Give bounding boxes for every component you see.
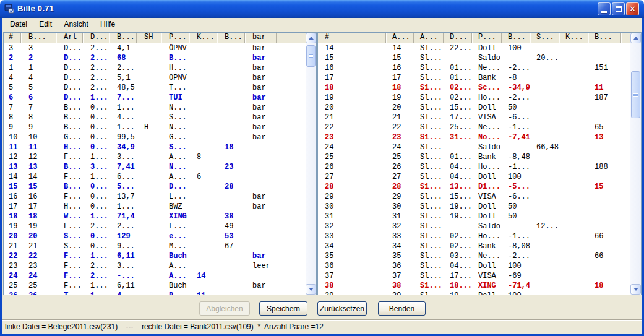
column-header[interactable]: K... xyxy=(559,33,588,43)
column-header[interactable]: Art xyxy=(56,33,83,43)
table-row[interactable]: 33D...2...4,1ÖPNVbar xyxy=(4,43,306,53)
menu-ansicht[interactable]: Ansicht xyxy=(59,18,93,31)
column-header[interactable]: A... xyxy=(386,33,414,43)
table-row[interactable]: 3535Sl...03...Ne...-2...66 xyxy=(318,251,630,261)
table-cell xyxy=(530,172,559,182)
table-row[interactable]: 3434Sl...02...Bank-8,08 xyxy=(318,241,630,251)
maximize-button[interactable] xyxy=(612,2,625,15)
column-header[interactable]: S... xyxy=(530,33,559,43)
table-row[interactable]: 2020Sl...15...Doll50 xyxy=(318,103,630,113)
column-header[interactable]: P... xyxy=(472,33,502,43)
table-row[interactable]: 1515Sl...Saldo20... xyxy=(318,53,630,63)
table-row[interactable]: 99B...0...1...HN...bar xyxy=(4,123,306,132)
table-row[interactable]: 3838S1...18...XING-71,418 xyxy=(318,281,630,291)
table-row[interactable]: 3939Sl...19...Doll100 xyxy=(318,291,630,295)
speichern-button[interactable]: Speichern xyxy=(259,301,307,316)
table-row[interactable]: 1717H...0...1...BWZbar xyxy=(4,202,306,212)
table-row[interactable]: 1111H...0...34,9S...18 xyxy=(4,142,306,152)
table-row[interactable]: 1919F...2...2...L...49 xyxy=(4,222,306,231)
table-row[interactable]: 2727Sl...04...Doll100 xyxy=(318,172,630,182)
column-header[interactable]: SH xyxy=(137,33,161,43)
column-header[interactable]: B... xyxy=(21,33,56,43)
table-row[interactable]: 1616Sl...01...Ne...-2...151 xyxy=(318,63,630,73)
menu-edit[interactable]: Edit xyxy=(34,18,57,31)
table-row[interactable]: 2525F...1...6,11Buchbar xyxy=(4,281,306,291)
table-row[interactable]: 3030Sl...19...Doll50 xyxy=(318,202,630,212)
table-cell xyxy=(189,192,217,202)
table-row[interactable]: 77B...0...1...N...bar xyxy=(4,103,306,113)
table-row[interactable]: 1818S1...02...Sc...-34,911 xyxy=(318,83,630,93)
table-row[interactable]: 2121Sl...17...VISA-6... xyxy=(318,113,630,123)
menu-datei[interactable]: Datei xyxy=(5,18,32,31)
table-row[interactable]: 2929Sl...15...VISA-6... xyxy=(318,192,630,202)
column-header[interactable]: D... xyxy=(83,33,109,43)
table-row[interactable]: 1414Sl...22...Doll100 xyxy=(318,43,630,53)
column-header[interactable]: D... xyxy=(444,33,472,43)
table-row[interactable]: 1212F...1...3...A...8 xyxy=(4,152,306,162)
scroll-up-button[interactable] xyxy=(306,33,316,43)
table-row[interactable]: 2424Sl...Saldo66,48 xyxy=(318,142,630,152)
table-cell: No... xyxy=(472,132,502,142)
table-row[interactable]: 3737Sl...17...VISA-69 xyxy=(318,271,630,281)
column-header[interactable]: P... xyxy=(161,33,189,43)
close-button[interactable]: ✕ xyxy=(626,2,639,15)
right-vertical-scrollbar[interactable] xyxy=(630,33,641,295)
scrollbar-thumb[interactable] xyxy=(306,45,316,67)
menu-hilfe[interactable]: Hilfe xyxy=(95,18,120,31)
table-row[interactable]: 3636Sl...04...Doll100 xyxy=(318,261,630,271)
column-header[interactable]: K... xyxy=(189,33,217,43)
column-header[interactable]: # xyxy=(4,33,21,43)
table-row[interactable]: 2222Sl...25...Ne...-1...65 xyxy=(318,123,630,132)
table-row[interactable]: 2323F...2...3...A...leer xyxy=(4,261,306,271)
column-header[interactable]: B... xyxy=(109,33,137,43)
table-row[interactable]: 1515B...0...5...D...28 xyxy=(4,182,306,192)
column-header[interactable]: B... xyxy=(217,33,245,43)
scroll-up-button[interactable] xyxy=(630,33,641,43)
table-cell: 21 xyxy=(21,241,56,251)
table-row[interactable]: 66D...1...7...TUIbar xyxy=(4,93,306,103)
table-row[interactable]: 2424F...2...-...A...14 xyxy=(4,271,306,281)
table-row[interactable]: 2626T...1...4...B...11 xyxy=(4,291,306,295)
table-cell: 16 xyxy=(21,192,56,202)
table-row[interactable]: 44D...2...5,1ÖPNVbar xyxy=(4,73,306,83)
scrollbar-thumb[interactable] xyxy=(631,71,640,118)
table-cell xyxy=(245,212,277,222)
table-row[interactable]: 1818W...1...71,4XING38 xyxy=(4,212,306,222)
left-vertical-scrollbar[interactable] xyxy=(306,33,316,295)
table-row[interactable]: 3232Sl...Saldo12... xyxy=(318,222,630,231)
table-row[interactable]: 2222F...1...6,11Buchbar xyxy=(4,251,306,261)
column-header[interactable]: B... xyxy=(502,33,530,43)
table-cell xyxy=(502,222,530,231)
column-header[interactable]: bar xyxy=(245,33,277,43)
table-row[interactable]: 2626Sl...04...Ho...-1...188 xyxy=(318,162,630,172)
scroll-down-button[interactable] xyxy=(630,284,641,295)
column-header[interactable]: # xyxy=(318,33,386,43)
table-row[interactable]: 1414F...1...6...A...6 xyxy=(4,172,306,182)
table-row[interactable]: 22D...2...68B...bar xyxy=(4,53,306,63)
benden-button[interactable]: Benden xyxy=(378,301,426,316)
table-row[interactable]: 11D...2...2...H...bar xyxy=(4,63,306,73)
table-row[interactable]: 1010G...0...99,5G...bar xyxy=(4,132,306,142)
table-row[interactable]: 88B...0...4...S...bar xyxy=(4,113,306,123)
table-row[interactable]: 1313B...3...7,41N...23 xyxy=(4,162,306,172)
table-row[interactable]: 3131Sl...19...Doll50 xyxy=(318,212,630,222)
zuruecksetzen-button[interactable]: Zurücksetzen xyxy=(317,301,367,316)
scroll-down-button[interactable] xyxy=(306,284,316,295)
table-row[interactable]: 2323S1...31...No...-7,4113 xyxy=(318,132,630,142)
column-header[interactable]: B... xyxy=(588,33,621,43)
table-row[interactable]: 3333Sl...02...Ho...-1...66 xyxy=(318,231,630,241)
table-cell: N... xyxy=(161,103,189,113)
table-row[interactable]: 2121S...0...9...M...67 xyxy=(4,241,306,251)
table-row[interactable]: 55D...2...48,5T...bar xyxy=(4,83,306,93)
column-header[interactable]: A... xyxy=(414,33,444,43)
table-row[interactable]: 1616F...0...13,7L...bar xyxy=(4,192,306,202)
table-row[interactable]: 2020S...0...129e...53 xyxy=(4,231,306,241)
table-row[interactable]: 2525Sl...01...Bank-8,48 xyxy=(318,152,630,162)
table-cell: S... xyxy=(161,113,189,123)
table-row[interactable]: 1919Sl...02...Ho...-2...187 xyxy=(318,93,630,103)
table-row[interactable]: 2828S1...13...Di...-5...15 xyxy=(318,182,630,192)
minimize-button[interactable] xyxy=(598,2,611,15)
table-cell xyxy=(588,241,621,251)
table-cell: -69 xyxy=(502,271,530,281)
table-row[interactable]: 1717Sl...01...Bank-8 xyxy=(318,73,630,83)
